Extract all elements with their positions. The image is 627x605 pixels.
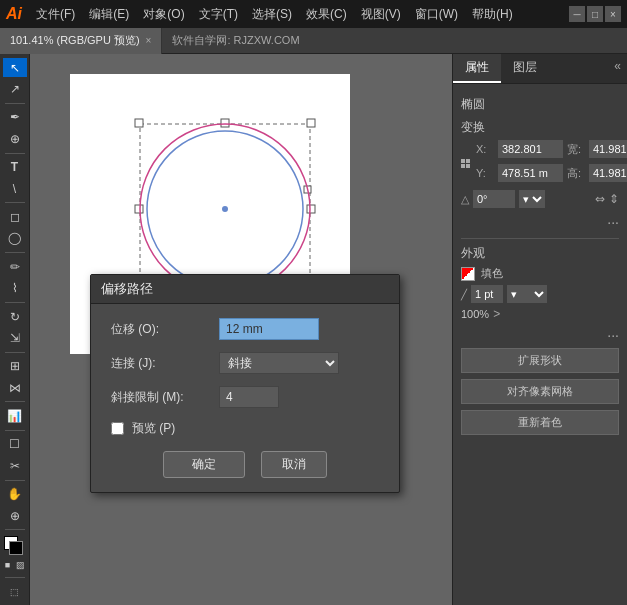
join-select[interactable]: 斜接 [219, 352, 339, 374]
menu-view[interactable]: 视图(V) [355, 4, 407, 25]
grid-cell [461, 159, 465, 163]
scale-tool[interactable]: ⇲ [3, 328, 27, 347]
align-pixel-grid-button[interactable]: 对齐像素网格 [461, 379, 619, 404]
angle-input[interactable] [473, 190, 515, 208]
pen-tool[interactable]: ✒ [3, 108, 27, 127]
panel-tabs: 属性 图层 « [453, 54, 627, 84]
xy-inputs: X: Y: [476, 140, 563, 186]
graph-tool[interactable]: 📊 [3, 406, 27, 425]
opacity-expand-button[interactable]: > [493, 307, 500, 321]
miter-row: 斜接限制 (M): [111, 386, 379, 408]
x-row: X: [476, 140, 563, 158]
tool-separator-6 [5, 352, 25, 353]
direct-selection-tool[interactable]: ↗ [3, 79, 27, 98]
maximize-button[interactable]: □ [587, 6, 603, 22]
h-label: 高: [567, 166, 585, 181]
ok-button[interactable]: 确定 [163, 451, 245, 478]
selection-tool[interactable]: ↖ [3, 58, 27, 77]
add-anchor-tool[interactable]: ⊕ [3, 129, 27, 148]
tool-separator-3 [5, 202, 25, 203]
angle-select[interactable]: ▾ [519, 190, 545, 208]
offset-path-dialog[interactable]: 偏移路径 位移 (O): 连接 (J): 斜接 斜接限制 (M): [90, 274, 400, 493]
section-appearance-title: 外观 [461, 238, 619, 262]
slice-tool[interactable]: ✂ [3, 456, 27, 475]
left-toolbar: ↖ ↗ ✒ ⊕ T \ ◻ ◯ ✏ ⌇ ↻ ⇲ ⊞ ⋈ 📊 ☐ ✂ ✋ ⊕ [0, 54, 30, 605]
grid-cell [466, 159, 470, 163]
panel-collapse-button[interactable]: « [608, 54, 627, 83]
tool-separator-2 [5, 153, 25, 154]
offset-row: 位移 (O): [111, 318, 379, 340]
fill-stroke-colors[interactable] [4, 536, 26, 554]
rect-tool[interactable]: ◻ [3, 207, 27, 226]
menu-effect[interactable]: 效果(C) [300, 4, 353, 25]
grid-cell [466, 164, 470, 168]
title-bar: Ai 文件(F) 编辑(E) 对象(O) 文字(T) 选择(S) 效果(C) 视… [0, 0, 627, 28]
x-label: X: [476, 143, 494, 155]
handle-tl[interactable] [135, 119, 143, 127]
dialog-title: 偏移路径 [91, 275, 399, 304]
angle-row: △ ▾ ⇔ ⇕ [461, 190, 619, 208]
handle-tc[interactable] [221, 119, 229, 127]
handle-tr[interactable] [307, 119, 315, 127]
stroke-select[interactable]: ▾ [507, 285, 547, 303]
color-mode-color[interactable]: ■ [2, 560, 13, 571]
ellipse-tool[interactable]: ◯ [3, 229, 27, 248]
opacity-row: 100% > [461, 307, 619, 321]
paintbrush-tool[interactable]: ⌇ [3, 279, 27, 298]
menu-select[interactable]: 选择(S) [246, 4, 298, 25]
menu-window[interactable]: 窗口(W) [409, 4, 464, 25]
main-area: ↖ ↗ ✒ ⊕ T \ ◻ ◯ ✏ ⌇ ↻ ⇲ ⊞ ⋈ 📊 ☐ ✂ ✋ ⊕ [0, 54, 627, 605]
stroke-color-swatch[interactable] [9, 541, 23, 555]
tab-bar: 101.41% (RGB/GPU 预览) × 软件自学网: RJZXW.COM [0, 28, 627, 54]
preview-row: 预览 (P) [111, 420, 379, 437]
grid-icon [461, 159, 470, 168]
cancel-button[interactable]: 取消 [261, 451, 327, 478]
handle-ml[interactable] [135, 205, 143, 213]
tool-separator-4 [5, 252, 25, 253]
type-tool[interactable]: T [3, 158, 27, 177]
menu-help[interactable]: 帮助(H) [466, 4, 519, 25]
hand-tool[interactable]: ✋ [3, 484, 27, 503]
rotate-tool[interactable]: ↻ [3, 307, 27, 326]
flip-h-icon[interactable]: ⇔ [595, 192, 605, 206]
tab-layers[interactable]: 图层 [501, 54, 549, 83]
offset-input[interactable] [219, 318, 319, 340]
menu-edit[interactable]: 编辑(E) [83, 4, 135, 25]
fill-icon [461, 267, 475, 281]
miter-input[interactable] [219, 386, 279, 408]
tab-properties[interactable]: 属性 [453, 54, 501, 83]
minimize-button[interactable]: ─ [569, 6, 585, 22]
appearance-more-options[interactable]: ··· [461, 325, 619, 345]
color-mode-gradient[interactable]: ▨ [15, 560, 26, 571]
preview-checkbox[interactable] [111, 422, 124, 435]
expand-shape-button[interactable]: 扩展形状 [461, 348, 619, 373]
draw-mode-button[interactable]: ⬚ [3, 582, 27, 601]
close-button[interactable]: × [605, 6, 621, 22]
w-row: 宽: [567, 140, 627, 158]
tab-close-button[interactable]: × [146, 35, 152, 46]
section-ellipse-title: 椭圆 [461, 96, 619, 113]
tool-separator-10 [5, 529, 25, 530]
handle-mr[interactable] [307, 205, 315, 213]
flip-v-icon[interactable]: ⇕ [609, 192, 619, 206]
zoom-tool[interactable]: ⊕ [3, 506, 27, 525]
preview-label: 预览 (P) [132, 420, 175, 437]
recolor-button[interactable]: 重新着色 [461, 410, 619, 435]
blend-tool[interactable]: ⊞ [3, 357, 27, 376]
y-input[interactable] [498, 164, 563, 182]
menu-file[interactable]: 文件(F) [30, 4, 81, 25]
website-label: 软件自学网: RJZXW.COM [172, 33, 299, 48]
fill-label: 填色 [481, 266, 503, 281]
mesh-tool[interactable]: ⋈ [3, 378, 27, 397]
h-input[interactable] [589, 164, 627, 182]
w-input[interactable] [589, 140, 627, 158]
transform-more-options[interactable]: ··· [461, 212, 619, 232]
document-tab[interactable]: 101.41% (RGB/GPU 预览) × [0, 28, 162, 54]
menu-object[interactable]: 对象(O) [137, 4, 190, 25]
menu-text[interactable]: 文字(T) [193, 4, 244, 25]
pencil-tool[interactable]: ✏ [3, 257, 27, 276]
x-input[interactable] [498, 140, 563, 158]
artboard-tool[interactable]: ☐ [3, 435, 27, 454]
stroke-input[interactable] [471, 285, 503, 303]
line-tool[interactable]: \ [3, 179, 27, 198]
